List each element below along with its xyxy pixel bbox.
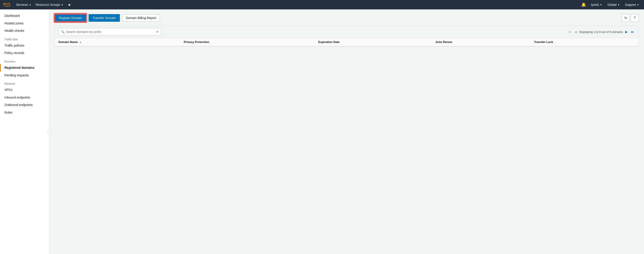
aws-logo[interactable]: [3, 2, 11, 8]
col-domain-name[interactable]: Domain Name ▲: [55, 38, 180, 46]
domains-table: Domain Name ▲ Privacy Protection Expirat…: [55, 38, 638, 46]
sidebar-item-dashboard[interactable]: Dashboard: [0, 12, 49, 20]
services-chevron-icon: ▼: [29, 4, 31, 6]
resource-groups-menu[interactable]: Resource Groups ▼: [34, 0, 66, 10]
sidebar-item-vpcs[interactable]: VPCs: [0, 86, 49, 94]
sidebar-item-rules[interactable]: Rules: [0, 109, 49, 116]
toolbar: Register Domain Transfer Domain Domain B…: [54, 14, 639, 22]
section-label-resolver: Resolver: [0, 79, 49, 86]
pagination-prev-button[interactable]: ◀: [574, 30, 578, 34]
top-navigation: Services ▼ Resource Groups ▼ ★ 🔔 tynick …: [0, 0, 644, 10]
support-chevron-icon: ▼: [637, 4, 639, 6]
sidebar-collapse-button[interactable]: ‹: [47, 129, 52, 134]
sidebar-item-policy-records[interactable]: Policy records: [0, 49, 49, 57]
main-content: Register Domain Transfer Domain Domain B…: [49, 10, 644, 254]
section-label-traffic-flow: Traffic flow: [0, 35, 49, 42]
pagination-next-button[interactable]: ▶: [624, 30, 628, 34]
register-domain-button[interactable]: Register Domain: [54, 14, 86, 22]
favorites-button[interactable]: ★: [66, 0, 73, 10]
sidebar-item-registered-domains[interactable]: Registered domains: [0, 64, 49, 72]
search-icon: 🔍: [61, 30, 64, 34]
resource-groups-chevron-icon: ▼: [61, 4, 63, 6]
pagination-info: ⏮ ◀ Displaying 1 to 6 out of 6 domains ▶…: [567, 30, 635, 34]
sidebar-item-outbound-endpoints[interactable]: Outbound endpoints: [0, 101, 49, 109]
section-label-domains: Domains: [0, 57, 49, 64]
sort-icon-domain-name: ▲: [80, 41, 82, 43]
user-chevron-icon: ▼: [600, 4, 602, 6]
pagination-last-button[interactable]: ⏭: [630, 30, 635, 34]
domain-billing-report-button[interactable]: Domain Billing Report: [122, 14, 160, 22]
search-input[interactable]: [66, 30, 156, 34]
search-pagination-row: 🔍 ✕ ⏮ ◀ Displaying 1 to 6 out of 6 domai…: [55, 26, 638, 38]
search-clear-icon[interactable]: ✕: [156, 30, 159, 34]
support-menu[interactable]: Support ▼: [623, 0, 641, 10]
col-privacy-protection: Privacy Protection: [180, 38, 315, 46]
col-auto-renew: Auto Renew: [432, 38, 530, 46]
search-bar: 🔍 ✕: [58, 28, 161, 36]
col-expiration-date: Expiration Date: [314, 38, 432, 46]
sidebar-item-inbound-endpoints[interactable]: Inbound endpoints: [0, 94, 49, 101]
notifications-icon[interactable]: 🔔: [580, 0, 588, 10]
sidebar-item-hosted-zones[interactable]: Hosted zones: [0, 20, 49, 27]
help-button[interactable]: ?: [630, 14, 639, 22]
transfer-domain-button[interactable]: Transfer Domain: [88, 14, 120, 22]
region-chevron-icon: ▼: [618, 4, 620, 6]
sidebar-item-pending-requests[interactable]: Pending requests: [0, 72, 49, 79]
user-menu[interactable]: tynick ▼: [589, 0, 604, 10]
content-panel: 🔍 ✕ ⏮ ◀ Displaying 1 to 6 out of 6 domai…: [54, 26, 639, 47]
refresh-button[interactable]: ↻: [622, 14, 630, 22]
sidebar-item-traffic-policies[interactable]: Traffic policies: [0, 42, 49, 50]
table-bottom-divider: [55, 46, 638, 46]
region-menu[interactable]: Global ▼: [605, 0, 622, 10]
services-menu[interactable]: Services ▼: [14, 0, 34, 10]
pagination-display-text: Displaying 1 to 6 out of 6 domains: [579, 30, 623, 34]
sidebar-item-health-checks[interactable]: Health checks: [0, 27, 49, 35]
pagination-first-button[interactable]: ⏮: [567, 30, 572, 34]
table-header-row: Domain Name ▲ Privacy Protection Expirat…: [55, 38, 638, 46]
sidebar: ‹ Dashboard Hosted zones Health checks T…: [0, 10, 49, 254]
col-transfer-lock: Transfer Lock: [530, 38, 638, 46]
